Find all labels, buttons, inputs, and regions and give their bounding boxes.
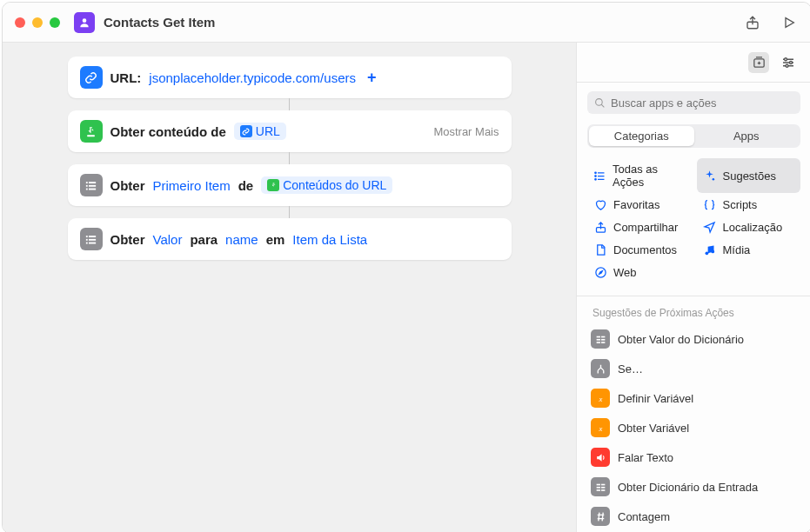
action-get-item[interactable]: Obter Primeiro Item de Conteúdos do URL (68, 164, 512, 206)
category-sparkle[interactable]: Sugestões (697, 158, 801, 193)
svg-rect-13 (86, 242, 88, 243)
suggestion-item[interactable]: Obter Dicionário da Entrada (577, 472, 810, 502)
suggestion-label: Obter Valor do Dicionário (618, 333, 744, 346)
value-token[interactable]: Valor (153, 232, 183, 247)
workflow-canvas[interactable]: URL: jsonplaceholder.typicode.com/users … (3, 43, 576, 532)
category-doc[interactable]: Documentos (587, 238, 692, 261)
action-url[interactable]: URL: jsonplaceholder.typicode.com/users … (68, 57, 512, 98)
category-location[interactable]: Localização (697, 216, 801, 238)
svg-rect-9 (86, 236, 88, 237)
list-icon (80, 228, 103, 250)
suggestion-item[interactable]: Contagem (577, 502, 810, 531)
action-text: Obter conteúdo de (110, 124, 226, 139)
window-title: Contacts Get Item (104, 15, 743, 30)
category-label: Localização (723, 221, 783, 234)
dict-icon (591, 477, 610, 496)
svg-rect-11 (86, 238, 88, 240)
music-icon (703, 243, 717, 256)
run-button[interactable] (780, 13, 799, 32)
share-button[interactable] (743, 13, 762, 32)
window-controls (15, 17, 60, 28)
category-label: Sugestões (723, 170, 776, 183)
link-icon (240, 125, 252, 137)
category-braces[interactable]: Scripts (697, 193, 801, 216)
tab-apps[interactable]: Apps (694, 126, 800, 146)
add-url-button[interactable]: + (364, 69, 380, 87)
library-button[interactable] (748, 52, 769, 73)
category-label: Mídia (723, 243, 751, 256)
tab-categories[interactable]: Categorias (589, 126, 694, 146)
location-icon (703, 220, 717, 234)
search-input[interactable] (611, 96, 793, 110)
category-label: Scripts (723, 198, 758, 211)
url-value[interactable]: jsonplaceholder.typicode.com/users (149, 70, 356, 85)
category-list[interactable]: Todas as Ações (587, 158, 692, 193)
contents-variable-pill[interactable]: Conteúdos do URL (261, 176, 392, 194)
suggestion-item[interactable]: Se… (577, 354, 810, 383)
braces-icon (703, 197, 717, 211)
url-variable-pill[interactable]: URL (234, 123, 286, 140)
svg-rect-33 (601, 342, 605, 343)
heart-icon (593, 197, 607, 211)
svg-point-19 (596, 98, 603, 105)
show-more-button[interactable]: Mostrar Mais (433, 125, 499, 138)
suggestion-item[interactable]: xObter Variável (577, 413, 810, 442)
action-text: para (190, 232, 218, 247)
list-icon (80, 174, 103, 196)
svg-rect-40 (596, 489, 599, 491)
safari-icon (593, 265, 607, 279)
category-heart[interactable]: Favoritas (587, 193, 692, 216)
suggestion-label: Contagem (618, 510, 670, 523)
share-icon (593, 220, 607, 234)
action-text: Obter (110, 178, 145, 193)
suggestions-header: Sugestões de Próximas Ações (577, 300, 810, 324)
close-window-button[interactable] (15, 17, 25, 28)
minimize-window-button[interactable] (32, 17, 43, 28)
download-icon (80, 120, 103, 143)
category-safari[interactable]: Web (587, 261, 692, 283)
action-text: em (266, 232, 285, 247)
connector (289, 152, 290, 164)
svg-point-22 (595, 178, 597, 180)
svg-rect-41 (601, 489, 605, 491)
item-type-token[interactable]: Primeiro Item (153, 178, 231, 193)
sparkle-icon (703, 169, 717, 183)
svg-rect-36 (596, 483, 599, 485)
connector (289, 206, 290, 218)
suggestion-item[interactable]: Falar Texto (577, 442, 810, 472)
category-label: Documentos (613, 243, 677, 256)
pill-label: URL (256, 124, 280, 138)
svg-rect-12 (89, 238, 96, 240)
speaker-icon (591, 448, 610, 467)
source-token[interactable]: Item da Lista (292, 232, 367, 247)
zoom-window-button[interactable] (50, 17, 60, 28)
category-label: Web (613, 266, 637, 279)
svg-rect-14 (89, 242, 96, 243)
var-icon: x (591, 418, 610, 437)
category-label: Compartilhar (613, 221, 678, 234)
category-music[interactable]: Mídia (697, 238, 801, 261)
doc-icon (593, 243, 607, 256)
svg-rect-31 (601, 338, 605, 340)
suggestion-item[interactable]: Obter Valor do Dicionário (577, 324, 810, 354)
category-share[interactable]: Compartilhar (587, 216, 692, 238)
svg-rect-10 (89, 236, 96, 237)
search-field[interactable] (587, 91, 800, 114)
svg-rect-37 (601, 483, 605, 485)
category-label: Todas as Ações (613, 163, 686, 189)
sidebar: Categorias Apps Todas as AçõesSugestõesF… (576, 43, 810, 532)
svg-rect-39 (601, 486, 605, 488)
key-token[interactable]: name (225, 232, 258, 247)
action-text: Obter (110, 232, 145, 247)
svg-point-18 (786, 64, 788, 67)
connector (289, 98, 290, 110)
svg-text:x: x (598, 423, 602, 432)
settings-button[interactable] (778, 52, 799, 73)
action-get-contents[interactable]: Obter conteúdo de URL Mostrar Mais (68, 110, 512, 152)
svg-point-17 (790, 61, 793, 63)
svg-point-16 (785, 57, 787, 60)
svg-rect-5 (86, 184, 88, 186)
titlebar: Contacts Get Item (3, 3, 810, 43)
suggestion-item[interactable]: xDefinir Variável (577, 383, 810, 413)
action-get-value[interactable]: Obter Valor para name em Item da Lista (68, 218, 512, 260)
